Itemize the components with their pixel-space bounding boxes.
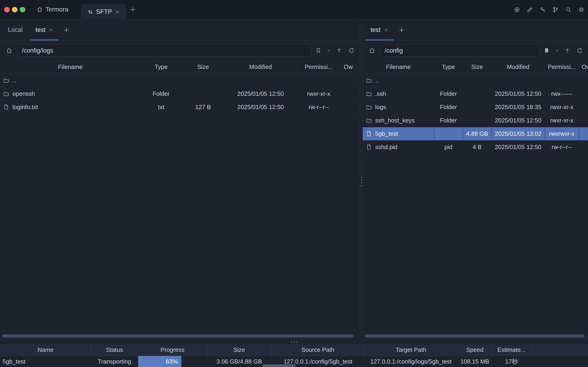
- table-row[interactable]: loginfo.txt txt 127 B 2025/01/05 12:50 r…: [0, 100, 360, 114]
- column-header-owner[interactable]: Ow: [341, 60, 360, 74]
- search-icon[interactable]: [565, 6, 572, 13]
- column-header-permissions[interactable]: Permissi...: [297, 60, 341, 74]
- left-new-tab-button[interactable]: [60, 19, 73, 41]
- left-parent-dir-button[interactable]: [334, 45, 344, 56]
- left-horizontal-scrollbar[interactable]: [2, 334, 354, 338]
- table-row-selected[interactable]: 5gb_test 4.88 GB 2025/01/05 13:02 rwxrwx…: [363, 127, 588, 140]
- file-size: [463, 100, 491, 114]
- pane-divider[interactable]: [360, 19, 363, 339]
- column-header-size[interactable]: Size: [207, 344, 272, 356]
- close-window-button[interactable]: [4, 7, 10, 12]
- zoom-window-button[interactable]: [20, 7, 25, 12]
- transfer-divider[interactable]: [0, 340, 588, 344]
- table-row[interactable]: sshd.pid pid 4 B 2025/01/05 12:50 rw-r--…: [363, 140, 588, 154]
- right-file-area: Filename Type Size Modified Permissi... …: [363, 60, 588, 339]
- record-icon[interactable]: [513, 6, 520, 13]
- refresh-icon: [349, 48, 354, 53]
- table-row[interactable]: ssh_host_keys Folder 2025/01/05 12:50 rw…: [363, 114, 588, 127]
- left-path-input[interactable]: [17, 44, 311, 57]
- column-header-type[interactable]: Type: [434, 60, 463, 74]
- file-type: Folder: [434, 100, 463, 114]
- file-size: 4.88 GB: [463, 127, 491, 140]
- file-name: .ssh: [375, 90, 386, 97]
- left-bookmark-button[interactable]: [313, 45, 324, 56]
- minimize-window-button[interactable]: [12, 7, 17, 12]
- table-row[interactable]: ..: [0, 74, 360, 87]
- right-home-button[interactable]: [366, 45, 378, 57]
- column-header-name[interactable]: Name: [0, 344, 91, 356]
- table-row[interactable]: .ssh Folder 2025/01/05 12:50 rwx------: [363, 87, 588, 100]
- column-header-modified[interactable]: Modified: [491, 60, 545, 74]
- transfer-target-path: 127.0.0.1:/config/logs/5gb_test: [365, 356, 458, 367]
- right-horizontal-scrollbar[interactable]: [365, 334, 585, 338]
- branch-icon[interactable]: [552, 6, 559, 13]
- column-header-modified[interactable]: Modified: [225, 60, 297, 74]
- home-icon: [369, 47, 375, 54]
- tab-sftp[interactable]: SFTP: [81, 4, 126, 19]
- new-window-tab-button[interactable]: [126, 0, 140, 19]
- progress-label: 63%: [166, 358, 178, 365]
- column-header-estimate[interactable]: Estimate...: [492, 344, 531, 356]
- column-header-status[interactable]: Status: [91, 344, 138, 356]
- column-header-filename[interactable]: Filename: [363, 60, 434, 74]
- file-size: [182, 74, 225, 87]
- right-new-tab-button[interactable]: [395, 19, 408, 41]
- left-home-button[interactable]: [3, 45, 15, 57]
- column-header-source-path[interactable]: Source Path: [272, 344, 365, 356]
- file-name: logs: [375, 104, 386, 111]
- tab-termora[interactable]: Termora: [30, 0, 75, 19]
- file-modified: [225, 74, 297, 87]
- file-owner: [579, 74, 588, 87]
- column-header-target-path[interactable]: Target Path: [365, 344, 458, 356]
- arrow-up-icon: [564, 48, 570, 53]
- close-icon[interactable]: [49, 28, 53, 32]
- column-header-permissions[interactable]: Permissi...: [545, 60, 579, 74]
- file-owner: [579, 87, 588, 100]
- column-header-size[interactable]: Size: [182, 60, 225, 74]
- divider-handle-icon: [361, 180, 362, 181]
- file-size: [463, 74, 491, 87]
- file-permissions: rwxr-xr-x: [545, 100, 579, 114]
- column-header-filename[interactable]: Filename: [0, 60, 141, 74]
- transfer-panel: Name Status Progress Size Source Path Ta…: [0, 339, 588, 367]
- left-refresh-button[interactable]: [346, 45, 357, 56]
- file-owner: [579, 140, 588, 154]
- file-icon: [366, 131, 372, 137]
- folder-icon: [366, 77, 372, 83]
- right-bookmark-dropdown[interactable]: [554, 45, 560, 56]
- transfer-estimate: 17秒: [492, 356, 531, 367]
- file-icon: [366, 144, 372, 150]
- file-permissions: rwxr-xr-x: [545, 114, 579, 127]
- settings-icon[interactable]: [578, 6, 585, 13]
- column-header-progress[interactable]: Progress: [138, 344, 207, 356]
- close-icon[interactable]: [384, 28, 388, 32]
- file-name: ..: [12, 77, 16, 84]
- file-type: [141, 74, 182, 87]
- right-bookmark-button[interactable]: [542, 45, 552, 56]
- table-row[interactable]: ..: [363, 74, 588, 87]
- left-tab-test-label: test: [36, 26, 46, 33]
- right-path-input[interactable]: [380, 44, 539, 57]
- column-header-speed[interactable]: Speed: [458, 344, 492, 356]
- transfer-status: Transporting: [91, 356, 138, 367]
- right-tab-test[interactable]: test: [364, 19, 395, 41]
- left-tab-local-label: Local: [8, 26, 23, 33]
- column-header-filler: [531, 344, 588, 356]
- plus-icon: [63, 27, 69, 33]
- column-header-size[interactable]: Size: [463, 60, 491, 74]
- table-row[interactable]: logs Folder 2025/01/05 18:35 rwxr-xr-x: [363, 100, 588, 114]
- folder-icon: [366, 117, 372, 123]
- key-icon[interactable]: [539, 6, 546, 13]
- left-bookmark-dropdown[interactable]: [326, 45, 332, 56]
- left-tab-local[interactable]: Local: [1, 19, 29, 41]
- right-refresh-button[interactable]: [575, 45, 585, 56]
- table-row[interactable]: openssh Folder 2025/01/05 12:50 rwxr-xr-…: [0, 87, 360, 100]
- transfer-horizontal-scrollbar[interactable]: [262, 365, 295, 367]
- right-parent-dir-button[interactable]: [562, 45, 572, 56]
- column-header-type[interactable]: Type: [141, 60, 182, 74]
- close-icon[interactable]: [115, 9, 120, 15]
- left-tab-test[interactable]: test: [29, 19, 60, 41]
- column-header-owner[interactable]: Ow: [579, 60, 588, 74]
- edit-icon[interactable]: [526, 6, 533, 13]
- bookmark-filled-icon: [544, 48, 550, 53]
